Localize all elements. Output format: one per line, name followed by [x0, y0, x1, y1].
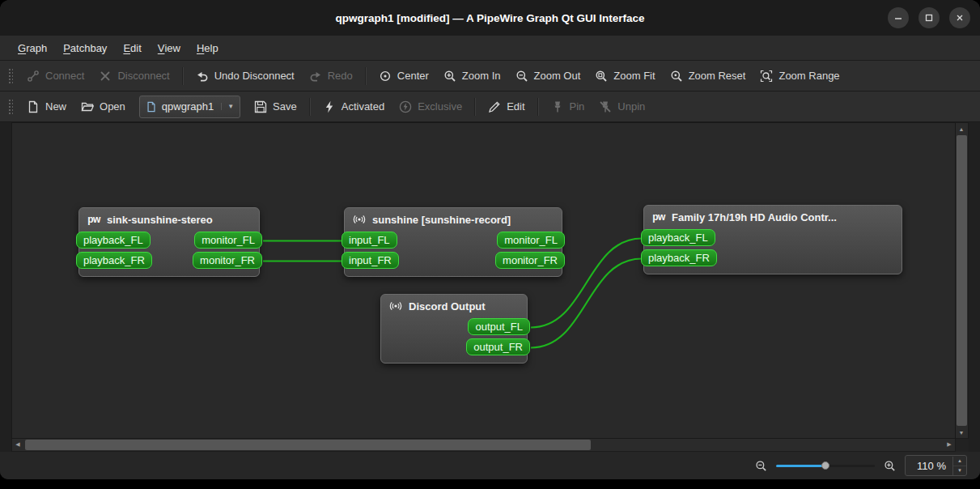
spin-down-arrow-icon[interactable]: ▼ [953, 466, 966, 475]
zoom-slider[interactable] [776, 460, 875, 471]
zoom-in-button[interactable]: Zoom In [436, 64, 508, 88]
unpin-button[interactable]: Unpin [592, 95, 652, 119]
center-label: Center [397, 70, 429, 82]
exclusive-button[interactable]: Exclusive [392, 95, 469, 119]
port-playback_FL[interactable]: playback_FL [641, 229, 715, 246]
stream-icon [388, 300, 403, 313]
open-button[interactable]: Open [74, 95, 133, 119]
node-sunshine[interactable]: sunshine [sunshine-record]input_FLmonito… [344, 207, 562, 277]
edit-button[interactable]: Edit [481, 95, 532, 119]
connect-label: Connect [45, 70, 84, 82]
node-title: Family 17h/19h HD Audio Contr... [672, 211, 837, 223]
redo-button[interactable]: Redo [302, 64, 360, 88]
port-output_FR[interactable]: output_FR [466, 338, 530, 355]
port-monitor_FL[interactable]: monitor_FL [194, 232, 262, 249]
port-playback_FR[interactable]: playback_FR [76, 252, 152, 269]
node-discord[interactable]: Discord Outputoutput_FLoutput_FR [380, 294, 528, 364]
zoom-in-label: Zoom In [462, 70, 501, 82]
menu-edit[interactable]: Edit [115, 36, 149, 60]
activated-button[interactable]: Activated [316, 95, 392, 119]
save-button[interactable]: Save [247, 95, 304, 119]
port-monitor_FR[interactable]: monitor_FR [495, 252, 565, 269]
save-label: Save [273, 100, 297, 113]
toolbar-grip[interactable] [8, 99, 13, 115]
port-input_FR[interactable]: input_FR [342, 252, 399, 269]
undo-disconnect-button[interactable]: Undo Disconnect [189, 64, 302, 88]
horizontal-scrollbar[interactable]: ◀ ▶ [11, 439, 956, 452]
chevron-down-icon: ▼ [221, 103, 234, 110]
patchbay-file-icon [146, 101, 157, 113]
disconnect-button[interactable]: Disconnect [91, 64, 176, 88]
pin-button[interactable]: Pin [544, 95, 592, 119]
zoom-out-icon [515, 70, 528, 83]
zoom-fit-button[interactable]: Zoom Fit [588, 64, 662, 88]
close-button[interactable] [949, 7, 970, 28]
connect-icon [27, 70, 40, 83]
minimize-button[interactable] [888, 7, 909, 28]
pipewire-icon: pw [651, 210, 666, 223]
zoom-reset-button[interactable]: Zoom Reset [663, 64, 753, 88]
scroll-left-arrow-icon[interactable]: ◀ [12, 439, 23, 450]
vertical-scrollbar-thumb[interactable] [957, 135, 967, 426]
vertical-scrollbar[interactable]: ▲ ▼ [956, 122, 969, 439]
scroll-up-arrow-icon[interactable]: ▲ [956, 123, 967, 134]
new-label: New [45, 100, 66, 113]
zoom-in-icon [443, 70, 456, 83]
port-playback_FR[interactable]: playback_FR [641, 249, 717, 266]
zoom-percent-value[interactable]: 110 % [906, 460, 952, 472]
qpwgraph-window: qpwgraph1 [modified] — A PipeWire Graph … [0, 0, 980, 479]
toolbar-separator [365, 67, 367, 85]
scroll-down-arrow-icon[interactable]: ▼ [956, 427, 967, 438]
port-input_FL[interactable]: input_FL [342, 232, 397, 249]
disconnect-label: Disconnect [117, 70, 169, 82]
zoom-range-button[interactable]: Zoom Range [753, 64, 846, 88]
node-family[interactable]: pwFamily 17h/19h HD Audio Contr...playba… [643, 205, 902, 274]
port-output_FL[interactable]: output_FL [468, 318, 530, 335]
graph-workarea: pwsink-sunshine-stereoplayback_FLmonitor… [0, 122, 980, 452]
zoom-out-small-icon[interactable] [755, 460, 767, 472]
horizontal-scrollbar-thumb[interactable] [25, 440, 591, 450]
cable-layer [12, 123, 955, 438]
port-monitor_FL[interactable]: monitor_FL [497, 232, 565, 249]
open-label: Open [100, 100, 125, 113]
zoom-slider-fill [776, 465, 825, 467]
unpin-label: Unpin [617, 100, 645, 113]
zoom-range-label: Zoom Range [778, 70, 839, 82]
activated-bolt-icon [323, 100, 336, 113]
statusbar: 110 % ▲ ▼ [0, 452, 980, 479]
maximize-button[interactable] [918, 7, 940, 28]
patchbay-file-combo[interactable]: qpwgraph1 ▼ [139, 96, 240, 118]
zoom-slider-handle[interactable] [821, 461, 829, 470]
exclusive-label: Exclusive [418, 100, 462, 113]
menu-help[interactable]: Help [189, 36, 227, 60]
stream-icon [352, 213, 367, 226]
toolbar-grip[interactable] [8, 68, 13, 84]
center-button[interactable]: Center [371, 64, 436, 88]
zoom-in-small-icon[interactable] [884, 460, 896, 472]
zoom-reset-label: Zoom Reset [689, 70, 746, 82]
scroll-right-arrow-icon[interactable]: ▶ [944, 439, 955, 450]
port-monitor_FR[interactable]: monitor_FR [193, 252, 262, 269]
graph-canvas[interactable]: pwsink-sunshine-stereoplayback_FLmonitor… [11, 122, 956, 439]
toolbar-separator [474, 98, 476, 116]
redo-label: Redo [328, 70, 353, 82]
zoom-fit-icon [595, 70, 608, 83]
port-playback_FL[interactable]: playback_FL [76, 232, 151, 249]
toolbar-separator [309, 98, 311, 116]
zoom-out-button[interactable]: Zoom Out [508, 64, 588, 88]
patchbay-file-value: qpwgraph1 [162, 100, 214, 113]
spin-up-arrow-icon[interactable]: ▲ [953, 457, 966, 466]
desktop-background: qpwgraph1 [modified] — A PipeWire Graph … [0, 0, 980, 489]
new-button[interactable]: New [19, 95, 74, 119]
connect-button[interactable]: Connect [19, 64, 91, 88]
menu-view[interactable]: View [150, 36, 189, 60]
toolbar-separator [182, 67, 184, 85]
titlebar[interactable]: qpwgraph1 [modified] — A PipeWire Graph … [0, 0, 980, 36]
zoom-percent-spinbox[interactable]: 110 % ▲ ▼ [905, 455, 967, 476]
menu-patchbay[interactable]: Patchbay [55, 36, 115, 60]
menu-graph[interactable]: Graph [10, 36, 55, 60]
node-sink[interactable]: pwsink-sunshine-stereoplayback_FLmonitor… [78, 207, 260, 277]
pipewire-icon: pw [87, 213, 101, 226]
minimize-icon [893, 12, 904, 23]
menubar: GraphPatchbayEditViewHelp [0, 36, 980, 61]
